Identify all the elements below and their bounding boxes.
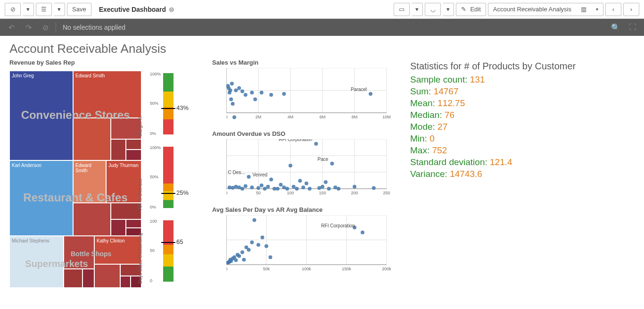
globe-icon: ⊜: [169, 6, 174, 13]
svg-point-84: [305, 182, 308, 185]
tm-cell[interactable]: [73, 203, 111, 236]
svg-point-125: [234, 259, 238, 262]
svg-point-67: [247, 175, 251, 179]
stat-row: Median: 76: [410, 110, 599, 120]
svg-point-70: [260, 184, 264, 187]
stat-row: Sum: 14767: [410, 86, 599, 97]
tm-mike[interactable]: Michael Stephens: [9, 236, 64, 288]
tm-cell[interactable]: [73, 118, 111, 160]
scatter-column: Sales vs Margin02M4M6M8M10M0%50%100%Para…: [212, 59, 401, 292]
svg-point-83: [301, 185, 305, 189]
svg-point-91: [330, 162, 334, 166]
tm-cell[interactable]: [126, 150, 141, 160]
tm-ed1[interactable]: Edward Smith: [73, 71, 141, 118]
play-dropdown[interactable]: ▾: [412, 3, 423, 16]
gauge-2[interactable]: Days Sales Outstanding 100 50 0 65: [144, 218, 191, 289]
svg-point-89: [324, 180, 328, 184]
tm-cell[interactable]: [111, 219, 126, 236]
tm-cell[interactable]: [64, 269, 83, 288]
tm-cell[interactable]: [94, 264, 120, 288]
svg-point-134: [256, 243, 260, 247]
svg-text:Venred: Venred: [252, 172, 267, 177]
bookmark-dropdown[interactable]: ▾: [443, 3, 454, 16]
bookmark-button[interactable]: ◡: [425, 3, 441, 16]
svg-text:0: 0: [226, 191, 228, 195]
tm-judy[interactable]: Judy Thurman: [106, 160, 141, 203]
stat-row: Min: 0: [410, 134, 599, 144]
options-dropdown[interactable]: ▾: [54, 3, 65, 16]
tm-cell[interactable]: [111, 118, 141, 139]
svg-point-73: [269, 177, 273, 181]
assets-dropdown[interactable]: ▾: [23, 3, 34, 16]
redo-icon[interactable]: ↷: [22, 21, 35, 34]
tm-kathy[interactable]: Kathy Clinton: [94, 236, 141, 264]
svg-text:200k: 200k: [382, 267, 391, 271]
tm-ed2[interactable]: Edward Smith: [73, 160, 106, 203]
svg-point-62: [231, 186, 235, 190]
svg-text:50: 50: [256, 191, 261, 195]
undo-icon[interactable]: ↶: [5, 21, 18, 34]
tm-cell[interactable]: [64, 236, 94, 269]
scatter-2[interactable]: Avg Sales Per Day vs AR Avg Balance050k1…: [212, 206, 401, 276]
play-button[interactable]: ▭: [394, 3, 410, 16]
svg-point-63: [234, 185, 238, 189]
svg-point-94: [353, 185, 356, 189]
search-icon[interactable]: 🔍: [609, 21, 622, 34]
save-button[interactable]: Save: [67, 3, 91, 16]
tm-cell[interactable]: [120, 276, 131, 288]
stat-row: Sample count: 131: [410, 75, 599, 85]
svg-point-86: [314, 142, 318, 146]
stats-panel: Statistics for # of Products by Customer…: [410, 59, 599, 292]
scatter-1[interactable]: Amount Overdue vs DSO050100150200250025k…: [212, 130, 401, 200]
svg-point-136: [264, 244, 268, 248]
svg-point-72: [266, 185, 270, 189]
svg-point-82: [298, 179, 302, 183]
svg-point-32: [250, 91, 254, 94]
svg-point-61: [228, 185, 231, 189]
selection-tool-icon[interactable]: ⛶: [626, 21, 639, 34]
next-sheet-button[interactable]: ›: [623, 3, 639, 16]
scatter-0[interactable]: Sales vs Margin02M4M6M8M10M0%50%100%Para…: [212, 59, 401, 125]
tm-cell[interactable]: [126, 139, 141, 150]
options-button[interactable]: ☰: [36, 3, 52, 16]
svg-text:250: 250: [383, 191, 390, 195]
stat-row: Mode: 27: [410, 122, 599, 132]
stat-row: Variance: 14743.6: [410, 169, 599, 179]
svg-text:10M: 10M: [382, 115, 391, 119]
tm-cell[interactable]: [111, 139, 126, 160]
sheet-navigator[interactable]: Account Receivable Analysis ▥ ▾: [488, 3, 603, 16]
gauges: Margin % 100% 50% 0% 43%AR % Overdue 100…: [144, 71, 191, 292]
page-title: Account Receivable Analysis: [9, 42, 635, 56]
svg-point-37: [369, 92, 372, 96]
tm-cell[interactable]: [83, 269, 94, 288]
svg-point-135: [261, 235, 264, 239]
svg-point-34: [260, 91, 264, 94]
svg-point-93: [337, 187, 340, 191]
svg-point-137: [269, 255, 272, 259]
svg-point-25: [230, 82, 234, 85]
svg-point-132: [250, 241, 254, 244]
edit-button[interactable]: ✎ Edit: [456, 3, 486, 16]
svg-text:Paracel: Paracel: [351, 87, 367, 92]
tm-karl[interactable]: Karl Anderson: [9, 160, 73, 236]
svg-point-79: [289, 164, 292, 167]
svg-text:Pace: Pace: [318, 157, 329, 162]
svg-text:RFI Corporation: RFI Corporation: [321, 223, 355, 228]
svg-point-27: [232, 116, 236, 119]
prev-sheet-button[interactable]: ‹: [605, 3, 621, 16]
svg-point-71: [263, 187, 267, 191]
clear-selections-icon[interactable]: ⊘: [39, 21, 52, 34]
svg-point-80: [292, 185, 296, 189]
gauge-1[interactable]: AR % Overdue 100% 50% 0% 25%: [144, 144, 191, 215]
tm-john[interactable]: John Greg: [9, 71, 73, 160]
treemap-chart[interactable]: John Greg Edward Smith Convenience Store…: [9, 71, 141, 288]
tm-cell[interactable]: [126, 219, 141, 228]
tm-cell[interactable]: [111, 203, 141, 219]
svg-point-30: [240, 89, 244, 93]
stats-title: Statistics for # of Products by Customer: [410, 61, 599, 72]
svg-point-26: [231, 102, 235, 106]
assets-button[interactable]: ⊘: [5, 3, 21, 16]
svg-text:2M: 2M: [256, 115, 262, 119]
breadcrumb: Executive Dashboard ⊜: [99, 6, 174, 13]
gauge-0[interactable]: Margin % 100% 50% 0% 43%: [144, 71, 191, 142]
